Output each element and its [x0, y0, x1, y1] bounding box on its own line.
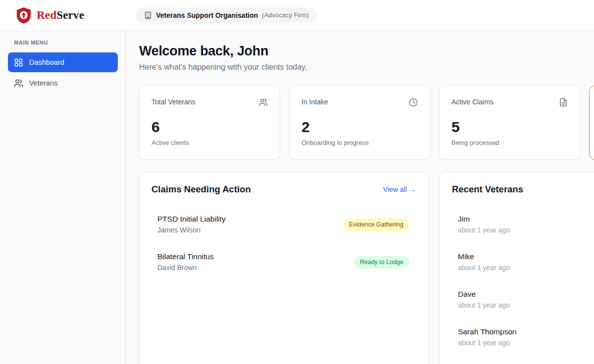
stat-value: 6 — [151, 120, 268, 135]
stat-sublabel: Active clients — [151, 139, 268, 146]
stat-card-partial — [589, 86, 594, 160]
main-content: Welcome back, John Here's what's happeni… — [126, 31, 594, 364]
claims-needing-action-panel: Claims Needing Action View all → PTSD In… — [139, 172, 429, 364]
panels-row: Claims Needing Action View all → PTSD In… — [139, 172, 594, 364]
claims-panel-title: Claims Needing Action — [151, 184, 251, 195]
stat-label: In Intake — [301, 98, 328, 106]
recent-veterans-panel: Recent Veterans Jim about 1 year ago Mik… — [440, 172, 594, 364]
veteran-name: Jim — [458, 215, 594, 224]
building-icon — [144, 11, 152, 19]
stat-card-in-intake: In Intake 2 Onboarding in progress — [289, 86, 430, 160]
organisation-badge[interactable]: Veterans Support Organisation (Advocacy … — [136, 7, 317, 23]
claim-row[interactable]: PTSD Initial Liability James Wilson Evid… — [151, 215, 416, 234]
brand-logo: RedServe — [15, 6, 84, 24]
sidebar: MAIN MENU Dashboard V — [0, 31, 126, 364]
organisation-type: (Advocacy Firm) — [262, 11, 309, 19]
stat-card-total-veterans: Total Veterans 6 Active clients — [139, 86, 280, 160]
top-header: RedServe Veterans Support Organisation (… — [0, 0, 594, 31]
status-badge: Ready to Lodge — [354, 256, 409, 269]
stat-label: Total Veterans — [151, 98, 196, 106]
dashboard-grid-icon — [14, 58, 23, 67]
clock-icon — [409, 98, 418, 107]
claim-title: PTSD Initial Liability — [157, 215, 226, 224]
veteran-time: about 1 year ago — [458, 339, 594, 347]
claim-client: James Wilson — [157, 226, 226, 234]
sidebar-section-label: MAIN MENU — [8, 40, 118, 46]
stat-value: 2 — [301, 120, 418, 135]
status-badge: Evidence Gathering — [343, 218, 409, 231]
veteran-time: about 1 year ago — [458, 301, 594, 309]
page-title: Welcome back, John — [139, 44, 594, 59]
page-subtitle: Here's what's happening with your client… — [139, 63, 594, 72]
recent-veterans-list: Jim about 1 year ago Mike about 1 year a… — [452, 215, 594, 347]
claims-list: PTSD Initial Liability James Wilson Evid… — [151, 215, 416, 272]
shield-logo-icon — [15, 6, 33, 24]
arrow-right-icon: → — [409, 185, 416, 193]
claim-row[interactable]: Bilateral Tinnitus David Brown Ready to … — [151, 252, 416, 272]
veteran-name: Dave — [458, 290, 594, 299]
veteran-row[interactable]: Mike about 1 year ago — [452, 252, 594, 272]
stats-row: Total Veterans 6 Active clients I — [139, 86, 594, 160]
veteran-time: about 1 year ago — [458, 264, 594, 272]
veteran-row[interactable]: Dave about 1 year ago — [452, 290, 594, 309]
stat-card-active-claims: Active Claims 5 Being processed — [439, 86, 580, 160]
stat-sublabel: Being processed — [451, 139, 568, 146]
veteran-row[interactable]: Sarah Thompson about 1 year ago — [452, 327, 594, 347]
veteran-time: about 1 year ago — [458, 226, 594, 234]
stat-value: 5 — [451, 120, 568, 135]
sidebar-item-label: Dashboard — [29, 58, 64, 66]
recent-panel-title: Recent Veterans — [452, 184, 523, 195]
organisation-name: Veterans Support Organisation — [156, 11, 258, 19]
users-icon — [259, 98, 268, 107]
view-all-link[interactable]: View all → — [383, 185, 416, 193]
veteran-name: Mike — [458, 252, 594, 261]
users-icon — [14, 79, 23, 88]
veteran-row[interactable]: Jim about 1 year ago — [452, 215, 594, 234]
veteran-name: Sarah Thompson — [458, 327, 594, 336]
sidebar-item-dashboard[interactable]: Dashboard — [8, 52, 118, 72]
claim-client: David Brown — [157, 264, 214, 272]
claim-title: Bilateral Tinnitus — [157, 252, 214, 261]
stat-label: Active Claims — [451, 98, 494, 106]
brand-wordmark: RedServe — [37, 9, 84, 22]
sidebar-item-veterans[interactable]: Veterans — [8, 73, 118, 93]
stat-sublabel: Onboarding in progress — [301, 139, 418, 146]
file-text-icon — [559, 98, 568, 107]
sidebar-item-label: Veterans — [29, 79, 57, 87]
